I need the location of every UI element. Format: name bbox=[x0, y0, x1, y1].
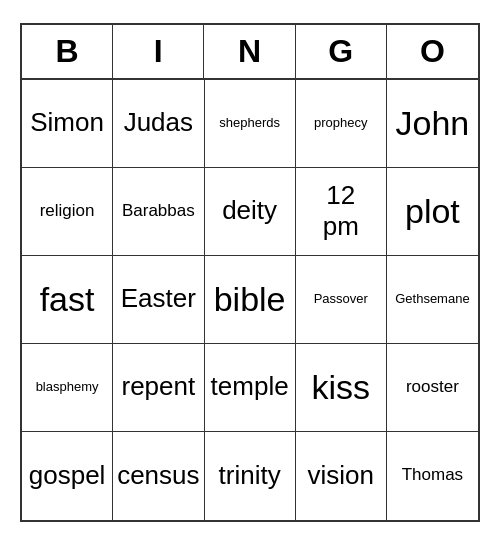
cell-text: trinity bbox=[219, 460, 281, 491]
bingo-cell[interactable]: plot bbox=[387, 168, 478, 256]
bingo-cell[interactable]: rooster bbox=[387, 344, 478, 432]
bingo-cell[interactable]: shepherds bbox=[205, 80, 296, 168]
cell-text: temple bbox=[211, 371, 289, 402]
bingo-cell[interactable]: bible bbox=[205, 256, 296, 344]
bingo-cell[interactable]: Thomas bbox=[387, 432, 478, 520]
cell-text: Thomas bbox=[402, 465, 463, 485]
cell-text: blasphemy bbox=[36, 379, 99, 395]
bingo-header: BINGO bbox=[22, 25, 478, 80]
bingo-cell[interactable]: Passover bbox=[296, 256, 387, 344]
cell-text: plot bbox=[405, 191, 460, 232]
bingo-cell[interactable]: Judas bbox=[113, 80, 204, 168]
cell-text: rooster bbox=[406, 377, 459, 397]
bingo-cell[interactable]: prophecy bbox=[296, 80, 387, 168]
cell-text: vision bbox=[308, 460, 374, 491]
bingo-cell[interactable]: religion bbox=[22, 168, 113, 256]
cell-text: prophecy bbox=[314, 115, 367, 131]
cell-text: fast bbox=[40, 279, 95, 320]
bingo-cell[interactable]: John bbox=[387, 80, 478, 168]
cell-text: Passover bbox=[314, 291, 368, 307]
cell-text: religion bbox=[40, 201, 95, 221]
bingo-cell[interactable]: deity bbox=[205, 168, 296, 256]
bingo-cell[interactable]: fast bbox=[22, 256, 113, 344]
bingo-cell[interactable]: Gethsemane bbox=[387, 256, 478, 344]
bingo-grid: SimonJudasshepherdsprophecyJohnreligionB… bbox=[22, 80, 478, 520]
bingo-cell[interactable]: Simon bbox=[22, 80, 113, 168]
header-letter: G bbox=[296, 25, 387, 78]
cell-text: deity bbox=[222, 195, 277, 226]
bingo-cell[interactable]: Easter bbox=[113, 256, 204, 344]
header-letter: N bbox=[204, 25, 295, 78]
cell-text: Easter bbox=[121, 283, 196, 314]
cell-text: gospel bbox=[29, 460, 106, 491]
cell-text: Gethsemane bbox=[395, 291, 469, 307]
bingo-cell[interactable]: repent bbox=[113, 344, 204, 432]
bingo-cell[interactable]: temple bbox=[205, 344, 296, 432]
cell-text: repent bbox=[121, 371, 195, 402]
bingo-cell[interactable]: 12 pm bbox=[296, 168, 387, 256]
cell-text: Barabbas bbox=[122, 201, 195, 221]
header-letter: I bbox=[113, 25, 204, 78]
bingo-cell[interactable]: census bbox=[113, 432, 204, 520]
bingo-cell[interactable]: Barabbas bbox=[113, 168, 204, 256]
bingo-cell[interactable]: vision bbox=[296, 432, 387, 520]
header-letter: O bbox=[387, 25, 478, 78]
cell-text: census bbox=[117, 460, 199, 491]
bingo-card: BINGO SimonJudasshepherdsprophecyJohnrel… bbox=[20, 23, 480, 522]
cell-text: shepherds bbox=[219, 115, 280, 131]
cell-text: John bbox=[396, 103, 470, 144]
cell-text: kiss bbox=[311, 367, 370, 408]
bingo-cell[interactable]: blasphemy bbox=[22, 344, 113, 432]
cell-text: 12 pm bbox=[323, 180, 359, 242]
bingo-cell[interactable]: gospel bbox=[22, 432, 113, 520]
header-letter: B bbox=[22, 25, 113, 78]
bingo-cell[interactable]: trinity bbox=[205, 432, 296, 520]
cell-text: Judas bbox=[124, 107, 193, 138]
cell-text: Simon bbox=[30, 107, 104, 138]
bingo-cell[interactable]: kiss bbox=[296, 344, 387, 432]
cell-text: bible bbox=[214, 279, 286, 320]
